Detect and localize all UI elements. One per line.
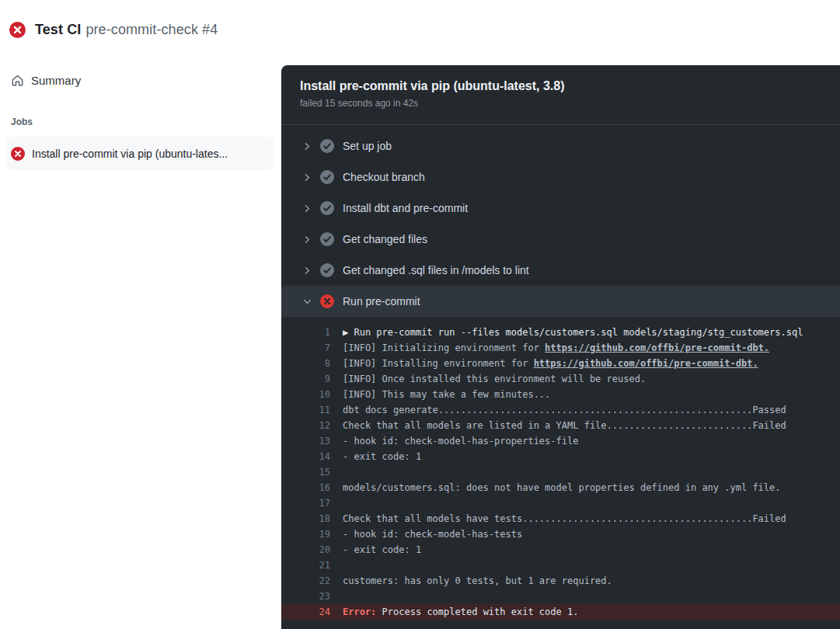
log-line-number[interactable]: 8: [281, 358, 330, 369]
log-line-number[interactable]: 11: [281, 405, 330, 415]
error-label: Error:: [343, 606, 376, 617]
log-line-number[interactable]: 7: [281, 342, 330, 353]
log-line-text: - exit code: 1: [343, 451, 421, 462]
x-circle-icon: [9, 22, 26, 38]
sidebar-item-summary[interactable]: Summary: [11, 70, 281, 90]
log-line-text: Check that all models have tests........…: [343, 513, 786, 524]
log-line: 1▶ Run pre-commit run --files models/cus…: [281, 325, 840, 340]
sidebar: Summary Jobs Install pre-commit via pip …: [0, 59, 281, 629]
step-label: Run pre-commit: [343, 295, 420, 308]
log-line: 7[INFO] Initializing environment for htt…: [281, 340, 840, 356]
step-label: Checkout branch: [343, 171, 425, 183]
check-circle-icon: [320, 263, 334, 277]
log-line: 16models/customers.sql: does not have mo…: [281, 480, 840, 495]
step-row-checkout-branch[interactable]: Checkout branch: [281, 162, 840, 193]
log-line: 13- hook id: check-model-has-properties-…: [281, 433, 840, 449]
log-line-text: models/customers.sql: does not have mode…: [343, 482, 781, 493]
log-line-text: [INFO] This may take a few minutes...: [343, 389, 550, 400]
log-line-number[interactable]: 16: [281, 482, 330, 493]
summary-label: Summary: [31, 74, 81, 87]
log-line-number[interactable]: 17: [281, 498, 330, 509]
log-line-number[interactable]: 19: [281, 529, 330, 540]
sidebar-job-item[interactable]: Install pre-commit via pip (ubuntu-lates…: [6, 137, 274, 171]
log-line: 10[INFO] This may take a few minutes...: [281, 387, 840, 402]
jobs-section-label: Jobs: [11, 116, 281, 127]
job-header: Install pre-commit via pip (ubuntu-lates…: [281, 65, 840, 125]
run-header: Test CIpre-commit-check #4: [0, 0, 840, 59]
log-line: 11dbt docs generate.....................…: [281, 402, 840, 418]
chevron-right-icon: [301, 235, 312, 245]
log-line-text: [INFO] Initializing environment for http…: [343, 342, 769, 353]
job-title: Install pre-commit via pip (ubuntu-lates…: [300, 79, 821, 93]
step-label: Set up job: [343, 140, 392, 152]
log-line-number[interactable]: 24: [281, 606, 330, 617]
log-output: 1▶ Run pre-commit run --files models/cus…: [281, 317, 840, 620]
job-log-panel: Install pre-commit via pip (ubuntu-lates…: [281, 65, 840, 629]
chevron-right-icon: [301, 172, 312, 182]
log-line-number[interactable]: 20: [281, 544, 330, 555]
log-line-text: - hook id: check-model-has-properties-fi…: [343, 436, 578, 447]
log-line-text: [INFO] Once installed this environment w…: [343, 374, 646, 384]
log-line-number[interactable]: 15: [281, 467, 330, 478]
home-icon: [11, 74, 24, 87]
log-line-text: - hook id: check-model-has-tests: [343, 529, 522, 540]
log-line: 15: [281, 464, 840, 480]
job-status-summary: failed 15 seconds ago in 42s: [300, 98, 821, 109]
step-label: Install dbt and pre-commit: [343, 202, 468, 214]
step-row-install-dbt-and-pre-commit[interactable]: Install dbt and pre-commit: [281, 193, 840, 224]
log-line-text: - exit code: 1: [343, 544, 421, 555]
x-circle-icon: [11, 147, 25, 161]
log-line-text: Check that all models are listed in a YA…: [343, 420, 786, 431]
log-line: 22customers: has only 0 tests, but 1 are…: [281, 573, 840, 589]
chevron-down-icon: [301, 297, 312, 307]
workflow-name: Test CI: [35, 22, 81, 37]
log-line-text: [INFO] Installing environment for https:…: [343, 358, 758, 369]
log-line-number[interactable]: 18: [281, 513, 330, 524]
log-line-number[interactable]: 1: [281, 327, 330, 338]
check-circle-icon: [320, 232, 334, 246]
log-line: 20- exit code: 1: [281, 542, 840, 558]
log-line: 21: [281, 558, 840, 573]
chevron-right-icon: [301, 266, 312, 276]
log-line-text: customers: has only 0 tests, but 1 are r…: [343, 575, 612, 586]
log-line-number[interactable]: 13: [281, 436, 330, 447]
log-line: 14- exit code: 1: [281, 449, 840, 464]
check-circle-icon: [320, 170, 334, 184]
log-link[interactable]: https://github.com/offbi/pre-commit-dbt.: [545, 342, 769, 353]
x-circle-icon: [320, 294, 334, 308]
step-row-run-pre-commit[interactable]: Run pre-commit: [281, 286, 840, 317]
step-row-set-up-job[interactable]: Set up job: [281, 130, 840, 162]
chevron-right-icon: [301, 141, 312, 151]
log-line-number[interactable]: 21: [281, 560, 330, 571]
log-line-number[interactable]: 23: [281, 591, 330, 602]
log-line: 24Error: Process completed with exit cod…: [281, 604, 840, 620]
log-line-number[interactable]: 9: [281, 374, 330, 384]
log-line-number[interactable]: 10: [281, 389, 330, 400]
log-line: 8[INFO] Installing environment for https…: [281, 356, 840, 371]
job-item-label: Install pre-commit via pip (ubuntu-lates…: [32, 148, 228, 160]
log-line: 19- hook id: check-model-has-tests: [281, 526, 840, 542]
jobs-list: Install pre-commit via pip (ubuntu-lates…: [0, 137, 281, 171]
check-circle-icon: [320, 139, 334, 153]
log-line: 17: [281, 495, 840, 511]
step-label: Get changed files: [343, 233, 427, 245]
check-circle-icon: [320, 201, 334, 215]
log-line-number[interactable]: 12: [281, 420, 330, 431]
step-row-get-changed-files[interactable]: Get changed files: [281, 224, 840, 255]
page-title: Test CIpre-commit-check #4: [35, 22, 218, 38]
run-name: pre-commit-check #4: [85, 22, 218, 37]
log-line-text: dbt docs generate.......................…: [343, 405, 786, 415]
step-label: Get changed .sql files in /models to lin…: [343, 264, 529, 276]
log-line-number[interactable]: 14: [281, 451, 330, 462]
log-line: 12Check that all models are listed in a …: [281, 418, 840, 433]
log-line-text: Error: Process completed with exit code …: [343, 606, 578, 617]
log-line: 18Check that all models have tests......…: [281, 511, 840, 526]
step-row-get-changed-sql-files-in-models-to-lint[interactable]: Get changed .sql files in /models to lin…: [281, 255, 840, 286]
log-line-text: ▶ Run pre-commit run --files models/cust…: [343, 327, 803, 338]
log-line-number[interactable]: 22: [281, 575, 330, 586]
steps-list: Set up jobCheckout branchInstall dbt and…: [281, 125, 840, 317]
log-line: 9[INFO] Once installed this environment …: [281, 371, 840, 387]
chevron-right-icon: [301, 203, 312, 214]
log-link[interactable]: https://github.com/offbi/pre-commit-dbt.: [534, 358, 758, 369]
log-line: 23: [281, 589, 840, 604]
